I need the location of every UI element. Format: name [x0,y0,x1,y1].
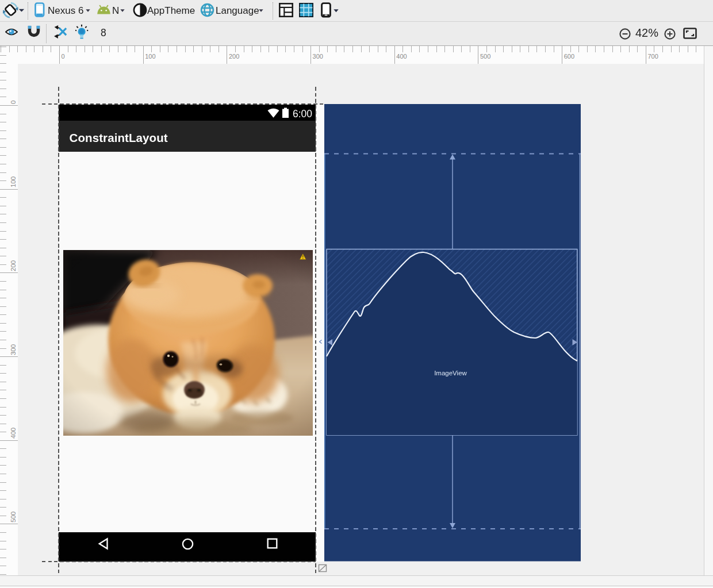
svg-text:ImageView: ImageView [434,370,467,376]
